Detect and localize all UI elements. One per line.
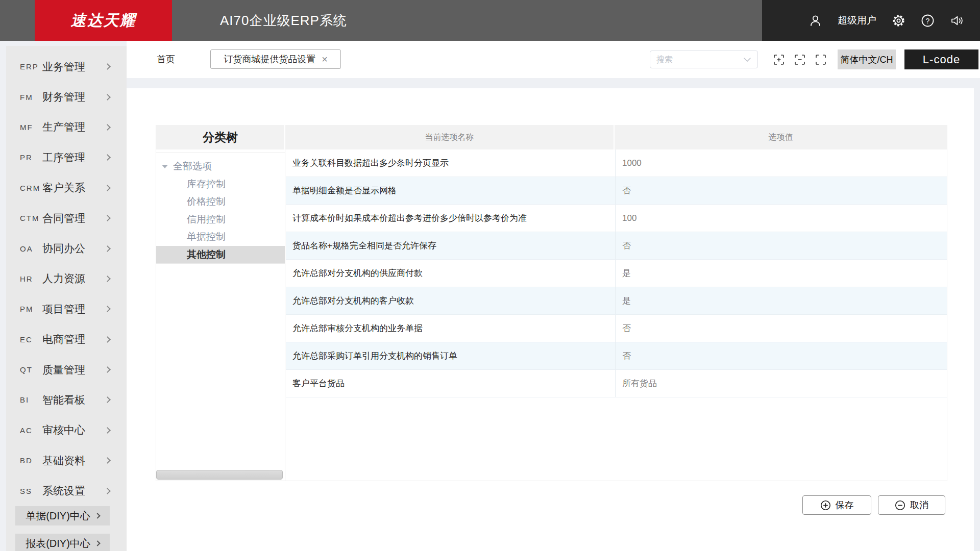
sidebar-item-oa[interactable]: OA协同办公 [6,233,127,263]
option-value-cell[interactable]: 100 [616,205,947,232]
cancel-button[interactable]: 取消 [878,495,945,515]
chevron-right-icon [104,185,111,191]
sidebar-item-ctm[interactable]: CTM合同管理 [6,203,127,233]
option-name-cell: 客户平台货品 [286,370,616,397]
diy-center-button-2[interactable]: 报表(DIY)中心 [15,534,110,551]
gear-icon[interactable] [892,14,905,28]
option-value-cell[interactable]: 是 [616,287,947,314]
sidebar-item-abbr: CRM [20,184,42,192]
sidebar-item-abbr: PM [20,305,42,313]
zoom-out-frame-icon[interactable] [794,54,805,65]
sidebar-item-fm[interactable]: FM财务管理 [6,82,127,112]
tab-active[interactable]: 订货商城提供货品设置 × [210,49,341,69]
option-name-cell: 业务关联科目数据超出多少条时分页显示 [286,149,616,177]
sidebar-item-abbr: EC [20,335,42,344]
sidebar-item-ec[interactable]: EC电商管理 [6,324,127,355]
tree-root-label: 全部选项 [173,160,212,173]
tree-item-selected[interactable]: 其他控制 [156,246,285,264]
language-button[interactable]: 简体中文/CH [838,49,896,69]
option-name-cell: 允许总部采购订单引用分支机构的销售订单 [286,342,616,369]
sidebar-item-label: 质量管理 [42,363,85,377]
search-select[interactable] [650,51,758,68]
sidebar-item-ss[interactable]: SS系统设置 [6,475,127,506]
tree-item-child[interactable]: 信用控制 [156,211,285,229]
sidebar-item-bi[interactable]: BI智能看板 [6,385,127,415]
tree-header: 分类树 [156,125,285,149]
cancel-button-label: 取消 [910,499,928,511]
chevron-right-icon [104,245,111,252]
help-icon[interactable]: ? [921,14,935,28]
chevron-down-icon [743,55,751,64]
category-tree: 全部选项 库存控制价格控制信用控制单据控制其他控制 [156,152,285,264]
sidebar-item-label: 系统设置 [42,484,85,498]
option-name-cell: 单据明细金额是否显示网格 [286,177,616,204]
options-table: 分类树 当前选项名称 选项值 全部选项 库存控制价格控制信用控制单据控制其他控制… [156,125,947,481]
sidebar-item-label: 智能看板 [42,393,85,407]
sidebar-item-label: 基础资料 [42,454,85,468]
option-value-cell[interactable]: 1000 [616,149,947,177]
option-name-cell: 允许总部对分支机构的客户收款 [286,287,616,314]
table-row: 允许总部对分支机构的供应商付款是 [286,260,947,287]
column-header-name: 当前选项名称 [285,125,615,149]
tree-item-child[interactable]: 库存控制 [156,176,285,193]
save-button[interactable]: 保存 [802,495,871,515]
chevron-right-icon [104,215,111,221]
sidebar-item-qt[interactable]: QT质量管理 [6,355,127,385]
speaker-icon[interactable] [950,14,965,28]
sidebar-item-pm[interactable]: PM项目管理 [6,294,127,324]
sidebar-item-abbr: BI [20,395,42,404]
search-input[interactable] [656,55,743,64]
diy-center-button-1[interactable]: 单据(DIY)中心 [15,506,110,525]
sidebar-item-erp[interactable]: ERP业务管理 [6,52,127,82]
tree-item-child[interactable]: 单据控制 [156,228,285,246]
sidebar-item-abbr: CTM [20,214,42,222]
tree-expander-icon[interactable] [162,165,168,168]
sidebar-item-abbr: PR [20,153,42,162]
option-value-cell[interactable]: 所有货品 [616,370,947,397]
sidebar-menu: ERP业务管理FM财务管理MF生产管理PR工序管理CRM客户关系CTM合同管理O… [6,46,127,506]
sidebar-item-abbr: QT [20,365,42,374]
breadcrumb-home[interactable]: 首页 [157,41,175,78]
sidebar-item-abbr: BD [20,456,42,465]
sidebar-item-label: 生产管理 [42,120,85,134]
option-value-cell[interactable]: 否 [616,315,947,342]
option-value-cell[interactable]: 否 [616,342,947,369]
sidebar-item-bd[interactable]: BD基础资料 [6,445,127,475]
chevron-right-icon [104,154,111,161]
diy-button-label: 单据(DIY)中心 [26,509,90,523]
sidebar-item-label: 业务管理 [42,60,85,74]
chevron-right-icon [104,94,111,101]
table-row: 允许总部采购订单引用分支机构的销售订单否 [286,342,947,370]
horizontal-scrollbar[interactable] [156,470,283,480]
sidebar-item-pr[interactable]: PR工序管理 [6,142,127,172]
table-row: 业务关联科目数据超出多少条时分页显示1000 [286,149,947,177]
user-icon[interactable] [808,14,822,28]
option-value-cell[interactable]: 否 [616,232,947,259]
table-rows: 业务关联科目数据超出多少条时分页显示1000单据明细金额是否显示网格否计算成本价… [286,149,947,397]
sidebar-item-mf[interactable]: MF生产管理 [6,112,127,142]
tree-item-root[interactable]: 全部选项 [156,158,285,176]
chevron-right-icon [94,540,100,546]
sidebar-item-label: 电商管理 [42,332,85,346]
sidebar-item-abbr: FM [20,93,42,102]
sidebar-item-hr[interactable]: HR人力资源 [6,264,127,294]
category-tree-panel: 全部选项 库存控制价格控制信用控制单据控制其他控制 [156,149,285,481]
main-content: 分类树 当前选项名称 选项值 全部选项 库存控制价格控制信用控制单据控制其他控制… [127,88,974,551]
current-user-label[interactable]: 超级用户 [838,14,876,27]
option-value-cell[interactable]: 是 [616,260,947,287]
option-value-cell[interactable]: 否 [616,177,947,204]
sidebar-item-crm[interactable]: CRM客户关系 [6,173,127,203]
option-name-cell: 货品名称+规格完全相同是否允许保存 [286,232,616,259]
diy-button-label: 报表(DIY)中心 [26,537,90,550]
sidebar-item-ac[interactable]: AC审核中心 [6,415,127,445]
option-name-cell: 允许总部审核分支机构的业务单据 [286,315,616,342]
fullscreen-icon[interactable] [815,54,826,65]
sidebar-item-label: 人力资源 [42,271,85,286]
zoom-in-frame-icon[interactable] [773,54,785,65]
sidebar-item-label: 协同办公 [42,241,85,256]
sidebar-item-abbr: OA [20,244,42,253]
lcode-button[interactable]: L-code [904,49,978,69]
close-icon[interactable]: × [322,54,328,64]
tree-item-child[interactable]: 价格控制 [156,193,285,211]
option-name-cell: 允许总部对分支机构的供应商付款 [286,260,616,287]
